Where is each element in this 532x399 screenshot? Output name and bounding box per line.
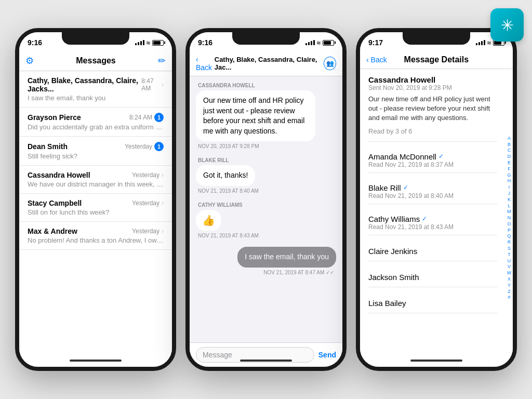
status-bar-1: 9:16 ≈ bbox=[19, 32, 172, 51]
chat-sender-label: CATHY WILLIAMS bbox=[196, 202, 336, 208]
message-time: Yesterday 1 bbox=[125, 142, 164, 151]
alpha-m[interactable]: M bbox=[507, 209, 511, 215]
alpha-h[interactable]: H bbox=[508, 178, 511, 184]
details-main: Cassandra Howell Sent Nov 20, 2019 at 9:… bbox=[360, 69, 506, 367]
status-time-1: 9:16 bbox=[28, 38, 42, 47]
message-input[interactable]: Message bbox=[196, 347, 314, 363]
message-time: Yesterday › bbox=[132, 171, 164, 179]
alpha-i[interactable]: I bbox=[509, 184, 510, 190]
chat-timestamp: NOV 21, 2019 AT 8:40 AM bbox=[196, 188, 261, 194]
message-preview: We have our district manager in this wee… bbox=[28, 180, 164, 188]
list-item[interactable]: Dean Smith Yesterday 1 Still feeling sic… bbox=[19, 137, 172, 166]
wifi-icon: ≈ bbox=[317, 39, 321, 47]
details-title: Message Details bbox=[404, 55, 469, 64]
alphabet-sidebar: A B C D E F G H I J K L M N O P Q bbox=[506, 69, 513, 367]
message-time: 8:47 AM › bbox=[141, 77, 164, 92]
alpha-o[interactable]: O bbox=[507, 221, 511, 227]
wifi-icon: ≈ bbox=[147, 39, 150, 47]
alpha-n[interactable]: N bbox=[508, 215, 511, 221]
nav-bar-1: ⚙ Messages ✏ bbox=[19, 51, 172, 71]
alpha-a[interactable]: A bbox=[508, 136, 511, 141]
alpha-u[interactable]: U bbox=[508, 258, 511, 264]
alpha-z[interactable]: Z bbox=[508, 289, 511, 295]
alpha-b[interactable]: B bbox=[508, 142, 511, 148]
alpha-g[interactable]: G bbox=[507, 172, 511, 178]
chat-sender-label: BLAKE RILL bbox=[196, 157, 336, 163]
alpha-c[interactable]: C bbox=[508, 148, 511, 153]
chat-area: CASSANDRA HOWELL Our new time off and HR… bbox=[190, 76, 342, 342]
chat-bubble: Got it, thanks! bbox=[196, 165, 255, 186]
list-item[interactable]: Grayson Pierce 8:24 AM 1 Did you acciden… bbox=[19, 108, 172, 137]
alpha-s[interactable]: S bbox=[508, 246, 511, 251]
message-preview: Did you accidentally grab an extra unifo… bbox=[28, 123, 164, 131]
alpha-e[interactable]: E bbox=[508, 160, 511, 166]
message-preview: Still on for lunch this week? bbox=[28, 208, 164, 216]
reader-name: Cathy Williams ✓ bbox=[368, 215, 497, 223]
sender-name: Dean Smith bbox=[28, 142, 68, 151]
detail-sender: Cassandra Howell bbox=[368, 75, 497, 84]
send-button[interactable]: Send bbox=[318, 351, 336, 359]
read-time: Read Nov 21, 2019 at 8:37 AM bbox=[368, 161, 497, 168]
status-time-2: 9:16 bbox=[198, 38, 212, 47]
list-item[interactable]: Cathy, Blake, Cassandra, Claire, Jacks..… bbox=[19, 71, 172, 108]
chat-group: CASSANDRA HOWELL Our new time off and HR… bbox=[196, 83, 336, 149]
alpha-r[interactable]: R bbox=[508, 240, 511, 245]
chat-group: CATHY WILLIAMS 👍 NOV 21, 2019 AT 8:43 AM bbox=[196, 202, 336, 238]
chat-timestamp: NOV 20, 2019 AT 9:28 PM bbox=[196, 143, 261, 149]
read-checkmark: ✓ bbox=[422, 215, 427, 222]
alpha-k[interactable]: K bbox=[508, 197, 511, 203]
detail-sent-section: Cassandra Howell Sent Nov 20, 2019 at 9:… bbox=[368, 75, 497, 142]
detail-sent-time: Sent Nov 20, 2019 at 9:28 PM bbox=[368, 84, 497, 91]
list-item[interactable]: Cassandra Howell Yesterday › We have our… bbox=[19, 166, 172, 194]
compose-icon[interactable]: ✏ bbox=[158, 55, 166, 66]
message-time: Yesterday › bbox=[132, 228, 164, 235]
message-preview: No problem! And thanks a ton Andrew, I o… bbox=[28, 236, 164, 244]
chat-bubble: Our new time off and HR policy just went… bbox=[196, 90, 315, 141]
list-item[interactable]: Stacy Campbell Yesterday › Still on for … bbox=[19, 194, 172, 222]
read-checkmark: ✓ bbox=[403, 184, 408, 191]
alpha-y[interactable]: Y bbox=[508, 283, 511, 288]
battery-icon bbox=[152, 40, 164, 46]
alpha-f[interactable]: F bbox=[508, 166, 511, 172]
group-contact-icon[interactable]: 👥 bbox=[324, 57, 336, 70]
details-content: Cassandra Howell Sent Nov 20, 2019 at 9:… bbox=[360, 69, 513, 367]
message-input-bar: Message Send bbox=[190, 342, 342, 367]
nav-bar-2: ‹ Back Cathy, Blake, Cassandra, Claire, … bbox=[190, 51, 342, 76]
alpha-l[interactable]: L bbox=[508, 203, 510, 209]
chat-timestamp: NOV 21, 2019 AT 8:43 AM bbox=[196, 233, 261, 238]
alpha-t[interactable]: T bbox=[508, 252, 511, 258]
message-time: Yesterday › bbox=[132, 200, 164, 207]
phones-container: 9:16 ≈ ⚙ Messages ✏ Cathy, bbox=[5, 18, 527, 381]
signal-icon bbox=[476, 40, 485, 45]
detail-reader: Amanda McDonnell ✓ Read Nov 21, 2019 at … bbox=[368, 148, 497, 173]
status-icons-2: ≈ bbox=[305, 39, 334, 47]
status-bar-3: 9:17 ≈ bbox=[360, 32, 513, 51]
chat-group: I saw the email, thank you NOV 21, 2019 … bbox=[196, 247, 336, 275]
settings-icon[interactable]: ⚙ bbox=[25, 55, 34, 66]
alpha-x[interactable]: X bbox=[508, 276, 511, 282]
detail-reader: Blake Rill ✓ Read Nov 21, 2019 at 8:40 A… bbox=[368, 179, 497, 204]
read-time: Read Nov 21, 2019 at 8:40 AM bbox=[368, 192, 497, 200]
sender-name: Max & Andrew bbox=[28, 227, 77, 235]
messages-title: Messages bbox=[76, 56, 116, 65]
back-button[interactable]: ‹ Back bbox=[196, 55, 215, 72]
sender-name: Cassandra Howell bbox=[28, 171, 90, 179]
alpha-p[interactable]: P bbox=[508, 228, 511, 233]
message-preview: I saw the email, thank you bbox=[28, 94, 164, 102]
signal-icon bbox=[305, 40, 315, 45]
sender-name: Stacy Campbell bbox=[28, 199, 82, 207]
read-time: Read Nov 21, 2019 at 8:43 AM bbox=[368, 223, 497, 231]
detail-reader: Cathy Williams ✓ Read Nov 21, 2019 at 8:… bbox=[368, 210, 497, 235]
reader-name: Amanda McDonnell ✓ bbox=[368, 152, 497, 161]
status-bar-2: 9:16 ≈ bbox=[190, 32, 342, 51]
alpha-hash[interactable]: # bbox=[508, 295, 510, 300]
back-button-details[interactable]: ‹ Back bbox=[366, 56, 387, 64]
alpha-q[interactable]: Q bbox=[507, 233, 511, 239]
message-preview: Still feeling sick? bbox=[28, 152, 164, 160]
alpha-d[interactable]: D bbox=[508, 154, 511, 159]
list-item[interactable]: Max & Andrew Yesterday › No problem! And… bbox=[19, 222, 172, 250]
alpha-v[interactable]: V bbox=[508, 264, 511, 270]
sender-name: Grayson Pierce bbox=[28, 113, 81, 122]
alpha-j[interactable]: J bbox=[508, 191, 511, 196]
alpha-w[interactable]: W bbox=[507, 270, 512, 276]
